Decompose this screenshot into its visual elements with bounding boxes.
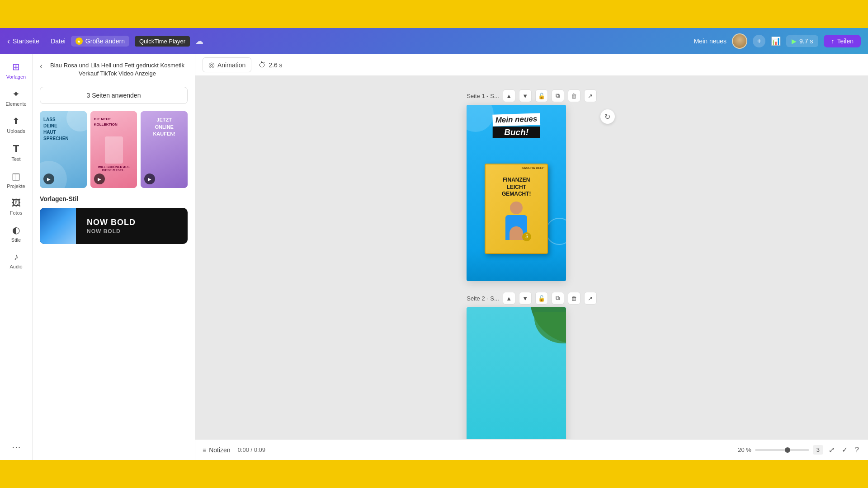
clock-icon: ⏱ <box>259 61 266 69</box>
panel-back-button[interactable]: ‹ <box>40 61 42 71</box>
sidebar-item-elemente[interactable]: ✦ Elemente <box>2 85 31 110</box>
user-avatar[interactable] <box>732 33 747 49</box>
slide-2-up-button[interactable]: ▲ <box>503 292 515 305</box>
slide-2-down-button[interactable]: ▼ <box>519 292 532 305</box>
slide-1-down-button[interactable]: ▼ <box>519 89 532 102</box>
audio-label: Audio <box>9 264 22 269</box>
analytics-icon[interactable]: 📊 <box>771 36 781 46</box>
animation-button[interactable]: ◎ Animation <box>203 57 251 72</box>
notes-button[interactable]: ≡ Notizen <box>203 446 231 454</box>
icon-sidebar: ⊞ Vorlagen ✦ Elemente ⬆ Uploads T Text ◫… <box>0 54 33 460</box>
canvas-area: Seite 1 - S... ▲ ▼ 🔓 ⧉ 🗑 ↗ Mein neu <box>195 76 868 460</box>
projekte-label: Projekte <box>7 183 25 189</box>
slide-2-lock-button[interactable]: 🔓 <box>535 292 548 305</box>
play-icon: ▶ <box>792 38 797 45</box>
check-icon[interactable]: ✓ <box>840 444 849 456</box>
vorlage-stil-section: Vorlagen-Stil NOW BOLD NOW BOLD <box>33 195 195 244</box>
slides-container: Seite 1 - S... ▲ ▼ 🔓 ⧉ 🗑 ↗ Mein neu <box>467 89 597 446</box>
time-value: 2.6 s <box>269 61 282 69</box>
home-label: Startseite <box>13 38 39 45</box>
slide-2-duplicate-button[interactable]: ⧉ <box>552 292 564 305</box>
share-button[interactable]: ↑ Teilen <box>824 35 861 47</box>
play-preview-button[interactable]: ▶ 9.7 s <box>786 35 818 47</box>
book-title: FINANZENLEICHTGEMACHT! <box>486 169 547 200</box>
fullscreen-icon[interactable]: ⤢ <box>827 444 836 456</box>
datei-menu-button[interactable]: Datei <box>51 38 66 45</box>
fotos-icon: 🖼 <box>12 198 21 208</box>
zoom-label: 20 % <box>738 446 751 453</box>
vorlagen-label: Vorlagen <box>6 74 26 80</box>
sidebar-item-stile[interactable]: ◐ Stile <box>2 221 31 246</box>
text-label: Text <box>11 156 20 162</box>
bottom-toolbar: ≡ Notizen 0:00 / 0:09 20 % 3 ⤢ ✓ ? <box>195 439 868 460</box>
slide-1-export-button[interactable]: ↗ <box>584 89 597 102</box>
slide-1-up-button[interactable]: ▲ <box>503 89 515 102</box>
slide-2-label: Seite 2 - S... <box>467 295 499 302</box>
cloud-save-icon[interactable]: ☁ <box>195 36 203 46</box>
share-icon: ↑ <box>831 38 834 45</box>
stile-label: Stile <box>11 237 21 243</box>
sidebar-item-vorlagen[interactable]: ⊞ Vorlagen <box>2 58 31 83</box>
text-icon: T <box>13 143 19 155</box>
more-icon: ⋯ <box>12 442 21 453</box>
uploads-icon: ⬆ <box>12 116 20 127</box>
add-collaborator-button[interactable]: + <box>753 35 765 47</box>
panel-header: ‹ Blau Rosa und Lila Hell und Fett gedru… <box>33 54 195 87</box>
vorlage-stil-label: Vorlagen-Stil <box>40 195 188 202</box>
apply-pages-button[interactable]: 3 Seiten anwenden <box>40 87 188 104</box>
template-thumb-3[interactable]: JETZTONLINEKAUFEN! ▶ <box>141 111 188 188</box>
slide-2[interactable]: Durch den <box>467 307 597 460</box>
time-counter: 0:00 / 0:09 <box>238 446 265 453</box>
sidebar-item-text[interactable]: T Text <box>2 139 31 165</box>
header-divider <box>45 37 45 46</box>
slide-1-duplicate-button[interactable]: ⧉ <box>552 89 564 102</box>
slide-1-refresh-button[interactable]: ↻ <box>600 109 615 124</box>
page-count-button[interactable]: 3 <box>813 445 823 455</box>
sidebar-item-fotos[interactable]: 🖼 Fotos <box>2 194 31 219</box>
vorlage-sub: NOW BOLD <box>87 228 136 235</box>
sidebar-item-audio[interactable]: ♪ Audio <box>2 248 31 273</box>
slide-2-export-button[interactable]: ↗ <box>584 292 597 305</box>
vorlage-card-text: NOW BOLD NOW BOLD <box>81 214 141 238</box>
slide-2-background: Durch den <box>467 307 566 460</box>
sidebar-item-projekte[interactable]: ◫ Projekte <box>2 167 31 192</box>
vorlagen-icon: ⊞ <box>12 61 20 72</box>
uploads-label: Uploads <box>7 128 25 134</box>
grosse-label: Größe ändern <box>85 38 125 45</box>
grosse-icon: ★ <box>75 38 83 45</box>
sub-toolbar: ◎ Animation ⏱ 2.6 s <box>195 54 868 76</box>
vorlage-thumb <box>40 208 76 244</box>
project-name: Mein neues <box>694 38 726 45</box>
sidebar-item-more[interactable]: ⋯ <box>2 438 31 456</box>
notes-icon: ≡ <box>203 446 206 454</box>
slide-2-canvas: Durch den <box>467 307 566 460</box>
zoom-thumb <box>785 447 790 453</box>
vorlage-card[interactable]: NOW BOLD NOW BOLD <box>40 208 188 244</box>
vorlage-name: NOW BOLD <box>87 218 136 227</box>
slide-1-delete-button[interactable]: 🗑 <box>568 89 580 102</box>
zoom-slider[interactable] <box>755 449 809 451</box>
template-thumb-2[interactable]: DIE NEUEKOLLEKTION WILL SCHÖNER ALS DIES… <box>90 111 137 188</box>
template-thumb-1[interactable]: LASSDEINEHAUTSPRECHEN ▶ <box>40 111 87 188</box>
slide-1-label: Seite 1 - S... <box>467 93 499 99</box>
projekte-icon: ◫ <box>12 171 20 182</box>
slide-1-title-line1: Mein neues <box>492 113 540 127</box>
template-thumbnails: LASSDEINEHAUTSPRECHEN ▶ DIE NEUEKOLLEKTI… <box>33 111 195 195</box>
stile-icon: ◐ <box>12 225 20 235</box>
sidebar-item-uploads[interactable]: ⬆ Uploads <box>2 112 31 137</box>
share-label: Teilen <box>837 38 854 45</box>
back-to-home-button[interactable]: ‹ Startseite <box>7 37 39 46</box>
slide-1-lock-button[interactable]: 🔓 <box>535 89 548 102</box>
panel-collapse-handle[interactable]: ‹ <box>195 248 195 266</box>
audio-icon: ♪ <box>14 252 19 262</box>
slide-1-wrapper: Seite 1 - S... ▲ ▼ 🔓 ⧉ 🗑 ↗ Mein neu <box>467 89 597 281</box>
slide-1[interactable]: Mein neues Buch! SASCHA DEEP FINANZENLEI… <box>467 105 597 281</box>
time-display: ⏱ 2.6 s <box>259 61 282 69</box>
slide-1-background: Mein neues Buch! SASCHA DEEP FINANZENLEI… <box>467 105 566 281</box>
slide-2-delete-button[interactable]: 🗑 <box>568 292 580 305</box>
book-cover: SASCHA DEEP FINANZENLEICHTGEMACHT! $ <box>485 164 548 254</box>
grosse-button[interactable]: ★ Größe ändern <box>71 36 129 47</box>
header-left: ‹ Startseite Datei ★ Größe ändern QuickT… <box>7 36 203 47</box>
panel-title: Blau Rosa und Lila Hell und Fett gedruck… <box>49 61 186 78</box>
help-icon[interactable]: ? <box>853 444 861 456</box>
